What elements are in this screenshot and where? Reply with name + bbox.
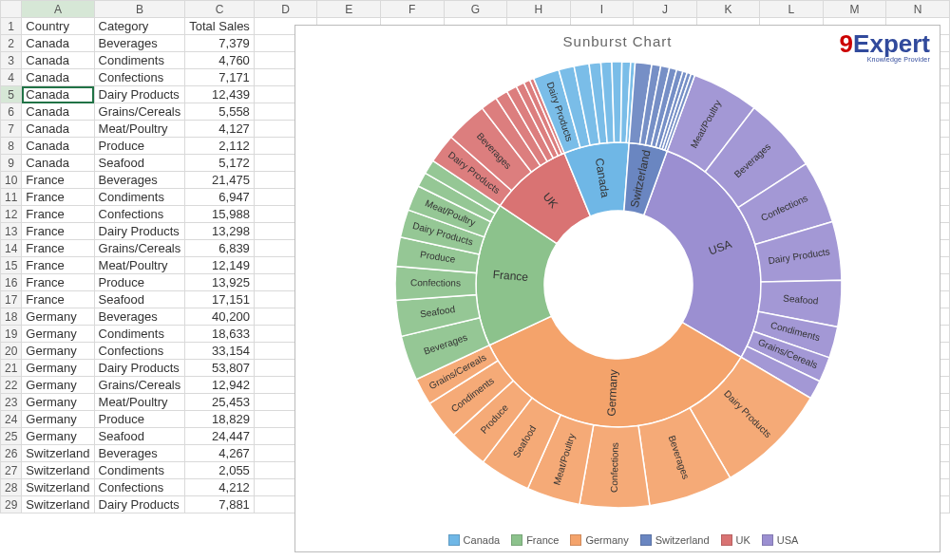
cell-A21[interactable]: Germany xyxy=(22,360,94,377)
row-header-22[interactable]: 22 xyxy=(1,377,22,394)
col-header-G[interactable]: G xyxy=(444,1,507,18)
cell-B25[interactable]: Seafood xyxy=(94,428,185,445)
cell-A6[interactable]: Canada xyxy=(22,103,94,121)
cell-A17[interactable]: France xyxy=(22,291,94,308)
cell-A3[interactable]: Canada xyxy=(22,52,94,69)
cell-C4[interactable]: 7,171 xyxy=(185,69,255,86)
cell-B12[interactable]: Confections xyxy=(94,206,185,223)
col-header-C[interactable]: C xyxy=(185,1,255,18)
col-header-D[interactable]: D xyxy=(254,1,317,18)
col-header-M[interactable]: M xyxy=(823,1,886,18)
cell-B5[interactable]: Dairy Products xyxy=(94,86,185,103)
row-header-15[interactable]: 15 xyxy=(1,257,22,274)
row-header-23[interactable]: 23 xyxy=(1,394,22,411)
cell-C29[interactable]: 7,881 xyxy=(185,496,255,513)
col-header-J[interactable]: J xyxy=(634,1,697,18)
row-header-20[interactable]: 20 xyxy=(1,343,22,360)
cell-A20[interactable]: Germany xyxy=(22,343,94,360)
cell-C23[interactable]: 25,453 xyxy=(185,394,255,411)
col-header-B[interactable]: B xyxy=(94,1,185,18)
cell-A18[interactable]: Germany xyxy=(22,308,94,326)
cell-B7[interactable]: Meat/Poultry xyxy=(94,121,185,138)
cell-C20[interactable]: 33,154 xyxy=(185,343,255,360)
cell-C5[interactable]: 12,439 xyxy=(185,86,255,103)
cell-C2[interactable]: 7,379 xyxy=(185,35,255,52)
cell-A8[interactable]: Canada xyxy=(22,138,94,155)
row-header-4[interactable]: 4 xyxy=(1,69,22,86)
cell-C17[interactable]: 17,151 xyxy=(185,291,255,308)
cell-A29[interactable]: Switzerland xyxy=(22,496,94,513)
row-header-12[interactable]: 12 xyxy=(1,206,22,223)
cell-A25[interactable]: Germany xyxy=(22,428,94,445)
cell-B15[interactable]: Meat/Poultry xyxy=(94,257,185,274)
cell-A27[interactable]: Switzerland xyxy=(22,462,94,479)
cell-A15[interactable]: France xyxy=(22,257,94,274)
cell-B19[interactable]: Condiments xyxy=(94,326,185,343)
cell-B14[interactable]: Grains/Cereals xyxy=(94,240,185,257)
cell-A19[interactable]: Germany xyxy=(22,326,94,343)
cell-C21[interactable]: 53,807 xyxy=(185,360,255,377)
cell-C16[interactable]: 13,925 xyxy=(185,274,255,291)
cell-A23[interactable]: Germany xyxy=(22,394,94,411)
cell-B28[interactable]: Confections xyxy=(94,479,185,496)
row-header-3[interactable]: 3 xyxy=(1,52,22,69)
cell-C28[interactable]: 4,212 xyxy=(185,479,255,496)
col-header-H[interactable]: H xyxy=(507,1,571,18)
cell-B22[interactable]: Grains/Cereals xyxy=(94,377,185,394)
cell-B27[interactable]: Condiments xyxy=(94,462,185,479)
row-header-16[interactable]: 16 xyxy=(1,274,22,291)
cell-C10[interactable]: 21,475 xyxy=(185,172,255,189)
cell-C22[interactable]: 12,942 xyxy=(185,377,255,394)
col-header-A[interactable]: A xyxy=(22,1,94,18)
row-header-11[interactable]: 11 xyxy=(1,189,22,206)
row-header-7[interactable]: 7 xyxy=(1,121,22,138)
cell-B1[interactable]: Category xyxy=(94,18,185,35)
cell-A16[interactable]: France xyxy=(22,274,94,291)
col-header-F[interactable]: F xyxy=(381,1,445,18)
row-header-29[interactable]: 29 xyxy=(1,496,22,513)
row-header-21[interactable]: 21 xyxy=(1,360,22,377)
cell-C15[interactable]: 12,149 xyxy=(185,257,255,274)
cell-A7[interactable]: Canada xyxy=(22,121,94,138)
cell-C1[interactable]: Total Sales xyxy=(185,18,255,35)
row-header-8[interactable]: 8 xyxy=(1,138,22,155)
cell-B9[interactable]: Seafood xyxy=(94,155,185,172)
cell-C25[interactable]: 24,447 xyxy=(185,428,255,445)
cell-C14[interactable]: 6,839 xyxy=(185,240,255,257)
cell-A10[interactable]: France xyxy=(22,172,94,189)
col-header-K[interactable]: K xyxy=(696,1,760,18)
col-header-I[interactable]: I xyxy=(570,1,633,18)
cell-A14[interactable]: France xyxy=(22,240,94,257)
cell-A2[interactable]: Canada xyxy=(22,35,94,52)
cell-C7[interactable]: 4,127 xyxy=(185,121,255,138)
cell-C12[interactable]: 15,988 xyxy=(185,206,255,223)
cell-A4[interactable]: Canada xyxy=(22,69,94,86)
cell-A28[interactable]: Switzerland xyxy=(22,479,94,496)
cell-C6[interactable]: 5,558 xyxy=(185,103,255,121)
cell-B6[interactable]: Grains/Cereals xyxy=(94,103,185,121)
cell-A11[interactable]: France xyxy=(22,189,94,206)
chart-panel[interactable]: Sunburst Chart 9Expert Knowledge Provide… xyxy=(294,25,940,552)
cell-B20[interactable]: Confections xyxy=(94,343,185,360)
row-header-2[interactable]: 2 xyxy=(1,35,22,52)
col-header-E[interactable]: E xyxy=(317,1,381,18)
cell-B18[interactable]: Beverages xyxy=(94,308,185,326)
row-header-18[interactable]: 18 xyxy=(1,308,22,326)
select-all-corner[interactable] xyxy=(1,1,22,18)
row-header-13[interactable]: 13 xyxy=(1,223,22,240)
cell-C8[interactable]: 2,112 xyxy=(185,138,255,155)
cell-A13[interactable]: France xyxy=(22,223,94,240)
cell-B24[interactable]: Produce xyxy=(94,411,185,428)
cell-A26[interactable]: Switzerland xyxy=(22,445,94,462)
cell-B10[interactable]: Beverages xyxy=(94,172,185,189)
row-header-6[interactable]: 6 xyxy=(1,103,22,121)
cell-C24[interactable]: 18,829 xyxy=(185,411,255,428)
cell-A5[interactable]: Canada xyxy=(22,86,94,103)
cell-C13[interactable]: 13,298 xyxy=(185,223,255,240)
row-header-1[interactable]: 1 xyxy=(1,18,22,35)
cell-C27[interactable]: 2,055 xyxy=(185,462,255,479)
cell-C26[interactable]: 4,267 xyxy=(185,445,255,462)
row-header-10[interactable]: 10 xyxy=(1,172,22,189)
cell-B17[interactable]: Seafood xyxy=(94,291,185,308)
cell-B16[interactable]: Produce xyxy=(94,274,185,291)
